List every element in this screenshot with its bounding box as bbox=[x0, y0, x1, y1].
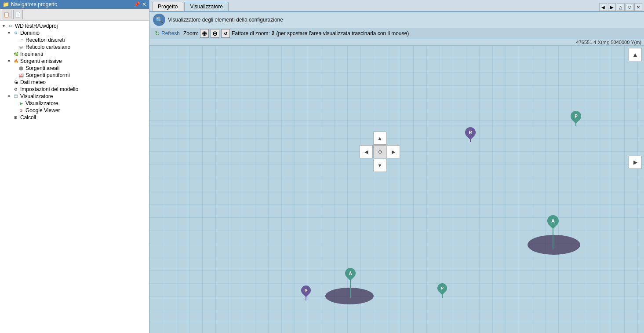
side-arrow-widget[interactable]: ▶ bbox=[629, 156, 642, 169]
viewer-title-text: Visualizzatore degli elementi della conf… bbox=[168, 17, 283, 23]
areali-label: Sorgenti areali bbox=[25, 65, 59, 71]
tab-visualizzatore[interactable]: Visualizzatore bbox=[184, 2, 228, 11]
sorgenti-icon: 🔥 bbox=[13, 58, 19, 64]
tree-item-google-viewer[interactable]: ▷ G Google Viewer bbox=[2, 107, 147, 114]
nav-down-btn[interactable]: ▼ bbox=[373, 159, 386, 172]
viz-child-icon: ▶ bbox=[18, 100, 24, 106]
recettori-label: Recettori discreti bbox=[25, 37, 65, 43]
impostazioni-label: Impostazioni del modello bbox=[20, 86, 78, 92]
nav-center-btn[interactable]: ⊙ bbox=[373, 145, 386, 158]
zoom-widget-top-right[interactable]: ▲ bbox=[629, 48, 642, 61]
close-panel-icon[interactable]: ✕ bbox=[142, 1, 146, 7]
tab-progetto[interactable]: Progetto bbox=[152, 2, 183, 11]
nav-left-btn[interactable]: ◀ bbox=[360, 145, 373, 158]
tab-close[interactable]: ✕ bbox=[634, 3, 642, 11]
tree-item-inquinanti[interactable]: ▷ 🌿 Inquinanti bbox=[2, 51, 147, 58]
panel-toolbar: 📋 📄 bbox=[0, 9, 149, 21]
expand-icon-dominio: ▼ bbox=[7, 31, 11, 35]
panel-title-text: Navigatore progetto bbox=[11, 1, 57, 7]
leaf-icon-dati: ▷ bbox=[7, 80, 11, 84]
visualizzatore-label: Visualizzatore bbox=[20, 93, 53, 99]
areali-icon: ⬤ bbox=[18, 65, 24, 71]
tab-nav-down[interactable]: ▽ bbox=[626, 3, 633, 11]
leaf-icon-puntiformi: ▷ bbox=[12, 73, 17, 77]
left-panel: 📁 Navigatore progetto 📌 ✕ 📋 📄 ▼ 🗂 bbox=[0, 0, 149, 333]
inquinanti-icon: 🌿 bbox=[13, 51, 19, 57]
root-icon: 🗂 bbox=[7, 23, 14, 29]
tree-item-sorg-puntiformi[interactable]: ▷ 🏭 Sorgenti puntiformi bbox=[2, 72, 147, 79]
tree-item-recettori[interactable]: ▷ ⋯ Recettori discreti bbox=[2, 37, 147, 44]
tree-item-dominio[interactable]: ▼ ⚙ Dominio bbox=[2, 29, 147, 37]
marker-R-center: R bbox=[465, 127, 476, 142]
tree-item-viz-child[interactable]: ▷ ▶ Visualizzatore bbox=[2, 100, 147, 107]
viz-child-label: Visualizzatore bbox=[25, 100, 58, 106]
google-viewer-icon: G bbox=[18, 107, 24, 113]
nav-widget: ▲ ◀ ⊙ ▶ ▼ bbox=[360, 132, 400, 172]
viewer-toolbar: 🔍 Visualizzatore degli elementi della co… bbox=[149, 12, 644, 28]
refresh-icon: ↻ bbox=[155, 30, 160, 37]
expand-icon-root: ▼ bbox=[2, 24, 6, 28]
viewer-search-icon: 🔍 bbox=[153, 14, 165, 26]
tree-item-reticolo[interactable]: ▷ ⊞ Reticolo cartesiano bbox=[2, 44, 147, 51]
tab-nav-left[interactable]: ◀ bbox=[599, 3, 607, 11]
content-area: 📁 Navigatore progetto 📌 ✕ 📋 📄 ▼ 🗂 bbox=[0, 0, 644, 333]
coordinates-text: 476551.4 X(m); 5040000 Y(m) bbox=[576, 40, 641, 45]
zoom-factor-label: Fattore di zoom: bbox=[232, 30, 270, 37]
pin-icon[interactable]: 📌 bbox=[134, 1, 140, 7]
puntiformi-label: Sorgenti puntiformi bbox=[25, 72, 70, 78]
marker-P-upper-right: P bbox=[571, 111, 581, 126]
zoom-label: Zoom: bbox=[183, 30, 198, 37]
tab-nav-right[interactable]: ▶ bbox=[608, 3, 616, 11]
tree-item-calcoli[interactable]: ▷ ⊞ Calcoli bbox=[2, 114, 147, 121]
dominio-label: Dominio bbox=[20, 30, 40, 36]
calcoli-label: Calcoli bbox=[20, 114, 36, 121]
nav-right-btn[interactable]: ▶ bbox=[387, 145, 400, 158]
nav-up-btn[interactable]: ▲ bbox=[373, 132, 386, 145]
reticolo-label: Reticolo cartesiano bbox=[25, 44, 70, 50]
zoom-reset-button[interactable]: ↺ bbox=[221, 29, 230, 38]
refresh-button[interactable]: ↻ Refresh bbox=[153, 29, 182, 37]
tab-nav-up[interactable]: △ bbox=[617, 3, 625, 11]
puntiformi-icon: 🏭 bbox=[18, 72, 24, 78]
canvas-area[interactable]: ▲ ▲ ◀ ⊙ ▶ ▼ ▶ bbox=[149, 46, 644, 333]
expand-icon-inq: ▷ bbox=[7, 52, 11, 56]
leaf-icon-calc: ▷ bbox=[7, 115, 11, 120]
impostazioni-icon: ⚙ bbox=[13, 86, 19, 92]
leaf-icon-viz: ▷ bbox=[12, 101, 17, 106]
root-label: WDTestRA.wdproj bbox=[15, 23, 58, 29]
calcoli-icon: ⊞ bbox=[13, 114, 19, 121]
expand-icon-sorg: ▼ bbox=[7, 59, 11, 63]
leaf-icon-reticolo: ▷ bbox=[12, 45, 17, 49]
tree-item-visualizzatore[interactable]: ▼ 🗔 Visualizzatore bbox=[2, 93, 147, 100]
right-panel: Progetto Visualizzatore ◀ ▶ △ ▽ ✕ 🔍 Visu… bbox=[149, 0, 644, 333]
zoom-factor-value: 2 bbox=[272, 30, 275, 37]
leaf-icon-areali: ▷ bbox=[12, 66, 17, 70]
tab-bar: Progetto Visualizzatore ◀ ▶ △ ▽ ✕ bbox=[149, 0, 644, 12]
marker-P-lower-center: P bbox=[437, 283, 447, 298]
toolbar-btn-2[interactable]: 📄 bbox=[13, 10, 23, 19]
zoom-out-button[interactable]: ⊖ bbox=[211, 29, 219, 38]
h-separator bbox=[149, 121, 644, 121]
leaf-icon-gv: ▷ bbox=[12, 108, 17, 113]
project-tree: ▼ 🗂 WDTestRA.wdproj ▼ ⚙ Dominio ▷ ⋯ Rece… bbox=[0, 21, 149, 333]
dominio-icon: ⚙ bbox=[13, 30, 19, 36]
tree-item-dati-meteo[interactable]: ▷ 🌤 Dati meteo bbox=[2, 79, 147, 86]
tree-item-root[interactable]: ▼ 🗂 WDTestRA.wdproj bbox=[2, 22, 147, 29]
zoom-in-button[interactable]: ⊕ bbox=[200, 29, 209, 38]
app-container: 📁 Navigatore progetto 📌 ✕ 📋 📄 ▼ 🗂 bbox=[0, 0, 644, 333]
tree-item-sorg-areali[interactable]: ▷ ⬤ Sorgenti areali bbox=[2, 65, 147, 72]
recettori-icon: ⋯ bbox=[18, 37, 24, 43]
sorgenti-label: Sorgenti emissive bbox=[20, 58, 62, 64]
tree-item-impostazioni[interactable]: ▷ ⚙ Impostazioni del modello bbox=[2, 86, 147, 93]
toolbar-btn-1[interactable]: 📋 bbox=[2, 10, 11, 19]
leaf-icon-recettori: ▷ bbox=[12, 38, 17, 42]
visualizzatore-icon: 🗔 bbox=[13, 93, 19, 99]
meteo-icon: 🌤 bbox=[13, 79, 19, 85]
reticolo-icon: ⊞ bbox=[18, 44, 24, 50]
meteo-label: Dati meteo bbox=[20, 79, 46, 85]
tree-item-sorgenti[interactable]: ▼ 🔥 Sorgenti emissive bbox=[2, 58, 147, 65]
expand-icon-viz: ▼ bbox=[7, 94, 11, 99]
panel-folder-icon: 📁 bbox=[3, 1, 9, 7]
marker-R-lower-left: R bbox=[301, 285, 311, 300]
zoom-hint: (per spostare l'area visualizzata trasci… bbox=[276, 30, 409, 37]
